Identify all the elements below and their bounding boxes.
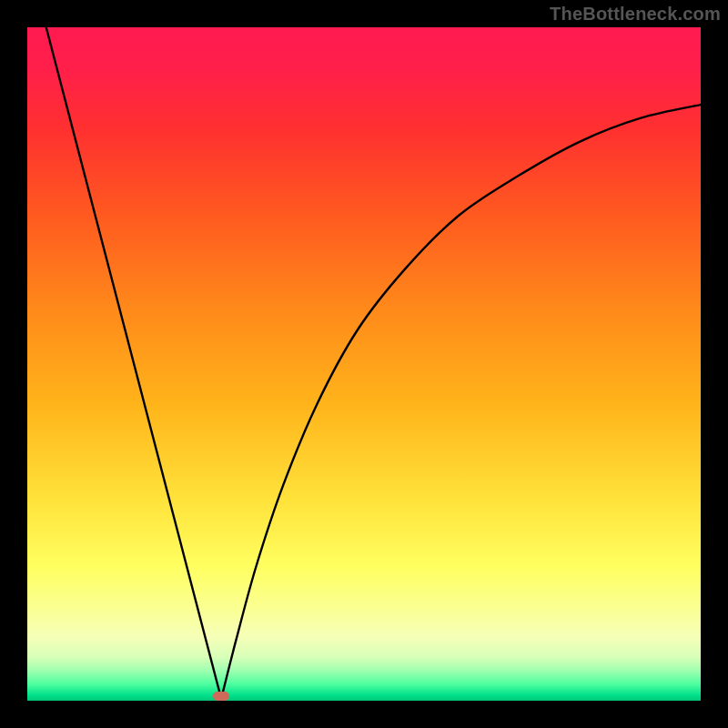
plot-area [27,27,701,701]
optimum-marker [213,692,229,701]
bottleneck-curve [27,27,701,701]
chart-stage: TheBottleneck.com [0,0,728,728]
watermark-text: TheBottleneck.com [550,4,721,25]
